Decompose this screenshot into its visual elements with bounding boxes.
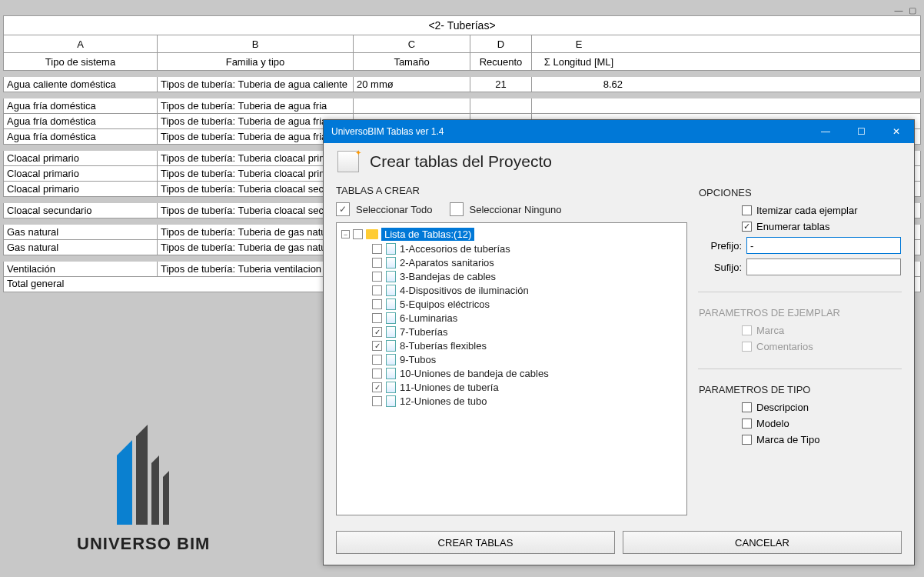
tree-item-label: 1-Accesorios de tuberías (400, 243, 510, 255)
tree-item-checkbox[interactable] (372, 355, 382, 365)
itemizar-label: Itemizar cada ejemplar (756, 205, 858, 216)
cell[interactable]: Cloacal secundario (4, 203, 158, 218)
svg-marker-3 (163, 471, 169, 525)
tree-item-checkbox[interactable] (372, 382, 382, 392)
cell[interactable]: 8.62 (532, 77, 626, 92)
cell[interactable]: Tipos de tubería: Tuberia de agua calien… (158, 77, 354, 92)
cell[interactable]: Tipos de tubería: Tuberia de agua fria (158, 98, 354, 113)
tables-tree[interactable]: − Lista de Tablas:(12) 1-Accesorios de t… (336, 222, 687, 515)
tree-item[interactable]: 9-Tubos (372, 354, 682, 365)
sufijo-input[interactable] (746, 258, 901, 275)
tree-item-checkbox[interactable] (372, 369, 382, 379)
modelo-checkbox[interactable] (742, 419, 752, 429)
tree-item-label: 5-Equipos eléctricos (400, 299, 490, 310)
svg-marker-2 (151, 455, 159, 525)
tree-item[interactable]: 8-Tuberías flexibles (372, 340, 682, 352)
tree-item-label: 3-Bandejas de cables (400, 271, 496, 282)
tree-item-checkbox[interactable] (372, 285, 382, 295)
cell[interactable]: Cloacal primario (4, 182, 158, 196)
tree-item-checkbox[interactable] (372, 313, 382, 323)
cell[interactable]: Agua fría doméstica (4, 129, 158, 144)
itemizar-checkbox[interactable] (742, 205, 752, 215)
tree-item[interactable]: 6-Luminarias (372, 312, 682, 324)
tree-item-checkbox[interactable] (372, 341, 382, 351)
select-all-button[interactable]: Seleccionar Todo (356, 204, 433, 215)
tree-item-checkbox[interactable] (372, 258, 382, 268)
tree-item[interactable]: 11-Uniones de tubería (372, 382, 682, 393)
root-label[interactable]: Lista de Tablas:(12) (381, 228, 474, 241)
modelo-label: Modelo (756, 418, 789, 429)
tree-item[interactable]: 10-Uniones de bandeja de cables (372, 368, 682, 379)
cell[interactable]: Gas natural (4, 240, 158, 255)
collapse-icon[interactable]: − (341, 230, 350, 238)
cancelar-button[interactable]: CANCELAR (623, 531, 902, 554)
crear-button[interactable]: CREAR TABLAS (336, 531, 615, 554)
marcatipo-label: Marca de Tipo (756, 434, 819, 445)
table-row[interactable]: Agua fría domésticaTipos de tubería: Tub… (3, 98, 921, 114)
tree-item[interactable]: 7-Tuberías (372, 326, 682, 338)
tree-item-label: 10-Uniones de bandeja de cables (400, 368, 549, 379)
tree-item-label: 8-Tuberías flexibles (400, 340, 487, 352)
tree-item-checkbox[interactable] (372, 244, 382, 254)
param-ejemplar-label: PARAMETROS DE EJEMPLAR (699, 307, 901, 319)
cell[interactable]: Cloacal primario (4, 151, 158, 165)
cell[interactable]: Cloacal primario (4, 166, 158, 181)
cell[interactable] (354, 98, 470, 113)
select-all-icon[interactable] (336, 202, 350, 216)
opciones-label: OPCIONES (699, 187, 901, 198)
tree-item[interactable]: 3-Bandejas de cables (372, 271, 682, 282)
root-checkbox[interactable] (353, 229, 363, 239)
col-letter: D (470, 35, 532, 52)
minimize-icon[interactable]: — (893, 5, 904, 15)
enumerar-checkbox[interactable] (742, 222, 752, 232)
cell[interactable] (470, 98, 532, 113)
tree-item-label: 11-Uniones de tubería (400, 382, 499, 393)
marcatipo-checkbox[interactable] (742, 435, 752, 445)
table-row[interactable]: Agua caliente domésticaTipos de tubería:… (3, 77, 921, 92)
select-none-icon[interactable] (450, 202, 464, 216)
document-icon (386, 285, 396, 296)
cell[interactable]: Gas natural (4, 225, 158, 239)
tree-item-checkbox[interactable] (372, 299, 382, 309)
dialog-titlebar[interactable]: UniversoBIM Tablas ver 1.4 — ☐ ✕ (324, 120, 914, 143)
descripcion-checkbox[interactable] (742, 402, 752, 412)
tree-item-checkbox[interactable] (372, 396, 382, 406)
tree-item-label: 12-Uniones de tubo (400, 395, 487, 407)
document-icon (386, 368, 396, 379)
document-icon (386, 243, 396, 255)
tree-item[interactable]: 5-Equipos eléctricos (372, 299, 682, 310)
cell[interactable]: 21 (470, 77, 532, 92)
svg-marker-1 (136, 425, 148, 525)
minimize-button[interactable]: — (808, 120, 843, 143)
prefijo-label: Prefijo: (699, 240, 742, 252)
maximize-button[interactable]: ☐ (843, 120, 879, 143)
tree-item-checkbox[interactable] (372, 327, 382, 337)
document-icon (386, 299, 396, 310)
restore-icon[interactable]: ▢ (907, 5, 918, 15)
tree-item[interactable]: 1-Accesorios de tuberías (372, 243, 682, 255)
document-icon (386, 271, 396, 282)
cell[interactable]: Agua caliente doméstica (4, 77, 158, 92)
cell[interactable]: Agua fría doméstica (4, 114, 158, 128)
marca-checkbox (742, 325, 752, 335)
folder-icon (366, 229, 378, 239)
close-button[interactable]: ✕ (879, 120, 914, 143)
cell[interactable]: Agua fría doméstica (4, 98, 158, 113)
col-letter: E (532, 35, 626, 52)
cell[interactable]: Ventilación (4, 262, 158, 276)
cell[interactable] (532, 98, 626, 113)
field-name-row: Tipo de sistema Familia y tipo Tamaño Re… (3, 53, 921, 71)
tree-item[interactable]: 2-Aparatos sanitarios (372, 257, 682, 268)
tree-item-checkbox[interactable] (372, 272, 382, 282)
select-none-button[interactable]: Seleccionar Ninguno (470, 204, 562, 215)
document-icon (386, 354, 396, 365)
tablas-section-label: TABLAS A CREAR (336, 185, 687, 196)
tree-item[interactable]: 12-Uniones de tubo (372, 395, 682, 407)
universo-bim-logo: UNIVERSO BIM (77, 417, 210, 554)
tree-root[interactable]: − Lista de Tablas:(12) (341, 228, 682, 241)
cell[interactable]: 20 mmø (354, 77, 470, 92)
prefijo-input[interactable] (746, 237, 901, 254)
field-name: Familia y tipo (158, 53, 354, 70)
schedule-title: <2- Tuberías> (3, 15, 921, 35)
tree-item[interactable]: 4-Dispositivos de iluminación (372, 285, 682, 296)
